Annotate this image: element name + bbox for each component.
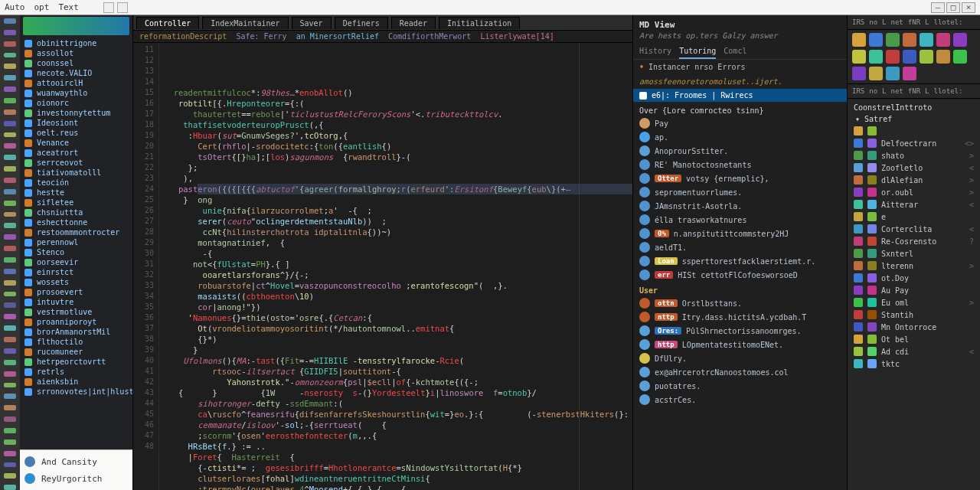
activity-icon[interactable] xyxy=(4,439,16,445)
file-item[interactable]: necote.VALIO xyxy=(20,68,132,78)
list-item[interactable]: nttpItry.dass.hictitsA.ycdbah.T xyxy=(633,310,847,324)
file-item[interactable]: Ideosiont xyxy=(20,118,132,128)
palette-swatch[interactable] xyxy=(953,50,967,64)
list-item[interactable]: élla trasworkatnures xyxy=(633,213,847,227)
toolbox-item[interactable]: ot.Doy xyxy=(849,272,978,284)
file-item[interactable]: assollot xyxy=(20,48,132,58)
file-item[interactable]: oionorc xyxy=(20,98,132,108)
editor-tab[interactable]: Controller xyxy=(136,17,199,29)
activity-icon[interactable] xyxy=(4,18,16,24)
toolbox-item[interactable]: Stantih xyxy=(849,309,978,321)
activity-icon[interactable] xyxy=(4,451,16,456)
file-item[interactable]: aienksbin xyxy=(20,377,132,387)
file-item[interactable]: aceatrort xyxy=(20,148,132,158)
panel-tab[interactable]: History xyxy=(639,44,671,59)
toolbox-item[interactable]: Au Pay xyxy=(849,284,978,296)
file-item[interactable]: flthoctilo xyxy=(20,337,132,347)
list-item[interactable]: AnoprourSstiter. xyxy=(633,144,847,158)
activity-icon[interactable] xyxy=(4,360,16,365)
palette-swatch[interactable] xyxy=(869,33,883,47)
list-item[interactable]: Ores:PûlShrnectorissanoomrges. xyxy=(633,324,847,338)
activity-icon[interactable] xyxy=(4,428,16,433)
activity-icon[interactable] xyxy=(4,41,16,47)
toolbox-item[interactable]: Re-Cosrensto? xyxy=(849,235,978,247)
toolbox-item[interactable]: Ot bel xyxy=(849,333,978,345)
md-view-panel[interactable]: MD View Are hests op.ters Galzy answer H… xyxy=(632,15,847,490)
file-explorer[interactable]: obinittrigoneassollotcoonsselnecote.VALI… xyxy=(20,15,133,490)
activity-icon[interactable] xyxy=(4,348,16,354)
section-label[interactable]: Satref xyxy=(864,115,892,123)
file-item[interactable]: tiativomatolll xyxy=(20,168,132,178)
activity-icon[interactable] xyxy=(4,337,16,342)
palette-swatch[interactable] xyxy=(869,67,883,80)
activity-icon[interactable] xyxy=(4,325,16,331)
toolbox-item[interactable]: dlAlefian> xyxy=(849,174,978,186)
palette-swatch[interactable] xyxy=(920,33,933,47)
palette-swatch[interactable] xyxy=(852,33,866,47)
list-item[interactable]: JAmsnstrit-Asotrla. xyxy=(633,199,847,213)
activity-icon[interactable] xyxy=(4,166,16,172)
activity-icon[interactable] xyxy=(4,257,16,263)
activity-icon[interactable] xyxy=(4,405,16,410)
toolbox-item[interactable]: Mn Ontorroce xyxy=(849,321,978,333)
file-item[interactable]: retrls xyxy=(20,367,132,377)
list-item[interactable]: 0%n.anspitutittcommstery2HJ xyxy=(633,227,847,240)
list-item[interactable]: ap. xyxy=(633,130,847,144)
file-item[interactable]: intuvtre xyxy=(20,297,132,307)
activity-icon[interactable] xyxy=(4,383,16,388)
file-item[interactable]: wuanwaythlo xyxy=(20,88,132,98)
file-item[interactable]: perennowl xyxy=(20,237,132,247)
editor-tab[interactable]: IndexMaintainer xyxy=(202,17,288,29)
activity-icon[interactable] xyxy=(4,462,16,468)
list-item[interactable]: puotatres. xyxy=(633,379,847,393)
file-item[interactable]: eshecttonne xyxy=(20,217,132,227)
toolbox-item[interactable]: Ad cdi< xyxy=(849,345,978,358)
activity-icon[interactable] xyxy=(4,155,16,160)
palette-swatch[interactable] xyxy=(886,33,900,47)
editor-tab[interactable]: Reader xyxy=(391,17,436,29)
list-item[interactable]: aeldT1. xyxy=(633,240,847,254)
file-item[interactable]: prosoevert xyxy=(20,287,132,297)
file-item[interactable]: wossets xyxy=(20,277,132,287)
explorer-popover[interactable]: And Cansity ReyUrgoritch xyxy=(20,449,132,490)
palette-swatch[interactable] xyxy=(852,50,866,64)
activity-icon[interactable] xyxy=(4,98,16,103)
file-item[interactable]: hetrpeorctovrtt xyxy=(20,357,132,367)
activity-icon[interactable] xyxy=(4,189,16,194)
file-item[interactable]: sifletee xyxy=(20,198,132,207)
activity-icon[interactable] xyxy=(4,292,16,297)
activity-icon[interactable] xyxy=(4,212,16,217)
file-item[interactable]: attooirclH xyxy=(20,78,132,88)
toolbox-item[interactable] xyxy=(849,125,978,137)
activity-icon[interactable] xyxy=(4,280,16,286)
activity-icon[interactable] xyxy=(4,143,16,149)
file-item[interactable]: brorAnmanorstMil xyxy=(20,327,132,337)
file-item[interactable]: serrceovot xyxy=(20,158,132,168)
file-item[interactable]: proanniporoyt xyxy=(20,317,132,327)
activity-icon[interactable] xyxy=(4,234,16,240)
activity-icon[interactable] xyxy=(4,314,16,319)
activity-icon[interactable] xyxy=(4,109,16,115)
file-item[interactable]: Venance xyxy=(20,138,132,148)
palette-swatch[interactable] xyxy=(852,67,866,80)
activity-icon[interactable] xyxy=(4,121,16,126)
palette-swatch[interactable] xyxy=(903,50,916,64)
toolbox-item[interactable]: e xyxy=(849,211,978,223)
list-item[interactable]: Pay xyxy=(633,116,847,130)
activity-icon[interactable] xyxy=(4,30,16,35)
palette-swatch[interactable] xyxy=(903,33,916,47)
activity-icon[interactable] xyxy=(4,64,16,69)
file-item[interactable]: rucomuneer xyxy=(20,347,132,357)
activity-icon[interactable] xyxy=(4,132,16,138)
file-item[interactable]: coonssel xyxy=(20,58,132,68)
palette-swatch[interactable] xyxy=(936,33,950,47)
toolbox-item[interactable]: Corterclita< xyxy=(849,223,978,235)
list-item[interactable]: sepromentuorrlumes. xyxy=(633,185,847,199)
activity-icon[interactable] xyxy=(4,75,16,80)
activity-icon[interactable] xyxy=(4,53,16,58)
activity-icon[interactable] xyxy=(4,394,16,399)
panel-tab[interactable]: Tutoring xyxy=(679,44,716,59)
right-toolbox[interactable]: IRSnoLnetfNRLllotel: IRSnoLnetfNRLllotel… xyxy=(847,15,980,490)
palette-swatch[interactable] xyxy=(903,67,916,80)
titlebar-tabs[interactable] xyxy=(103,2,128,13)
